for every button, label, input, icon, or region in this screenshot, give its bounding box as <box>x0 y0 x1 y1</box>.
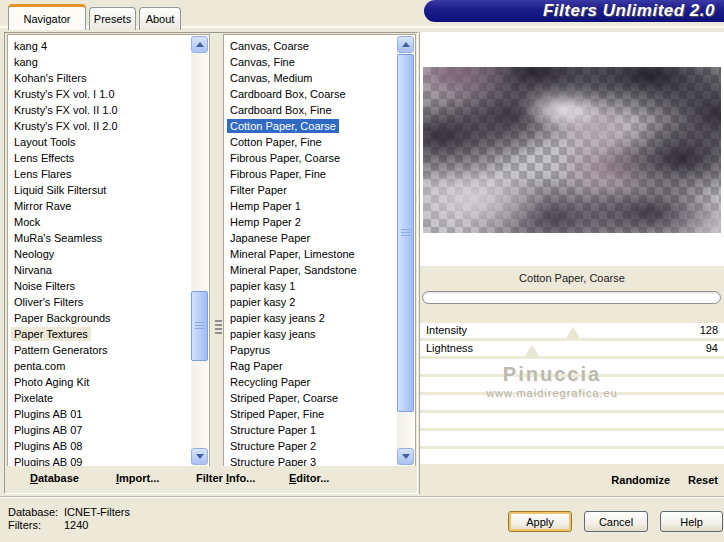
category-listbox: kang 4kangKohan's FiltersKrusty's FX vol… <box>7 34 210 467</box>
list-item[interactable]: Mineral Paper, Sandstone <box>227 262 397 278</box>
list-item[interactable]: Plugins AB 07 <box>11 422 191 438</box>
list-item[interactable]: Pixelate <box>11 390 191 406</box>
list-item[interactable]: Krusty's FX vol. I 1.0 <box>11 86 191 102</box>
list-item[interactable]: Neology <box>11 246 191 262</box>
apply-button[interactable]: Apply <box>508 511 572 532</box>
chevron-up-icon <box>196 42 204 47</box>
preview-panel: Cotton Paper, Coarse Intensity 128 Light… <box>419 32 724 494</box>
list-item[interactable]: Layout Tools <box>11 134 191 150</box>
lightness-slider[interactable]: Lightness 94 <box>420 341 724 356</box>
list-item[interactable]: Paper Textures <box>11 326 191 342</box>
list-item[interactable]: papier kasy jeans 2 <box>227 310 397 326</box>
category-scrollbar[interactable] <box>191 36 208 465</box>
list-item[interactable]: Plugins AB 08 <box>11 438 191 454</box>
list-item[interactable]: Canvas, Coarse <box>227 38 397 54</box>
list-item[interactable]: Plugins AB 01 <box>11 406 191 422</box>
list-item[interactable]: Striped Paper, Fine <box>227 406 397 422</box>
filters-status-value: 1240 <box>64 519 88 531</box>
panel-splitter[interactable] <box>210 34 223 467</box>
list-item[interactable]: Krusty's FX vol. II 2.0 <box>11 118 191 134</box>
filter-list: Canvas, CoarseCanvas, FineCanvas, Medium… <box>227 38 397 467</box>
list-item[interactable]: Fibrous Paper, Fine <box>227 166 397 182</box>
list-item[interactable]: papier kasy 2 <box>227 294 397 310</box>
tab-about[interactable]: About <box>139 7 181 30</box>
navigator-panel: kang 4kangKohan's FiltersKrusty's FX vol… <box>4 32 418 494</box>
list-item[interactable]: Cotton Paper, Fine <box>227 134 397 150</box>
intensity-label: Intensity <box>426 323 467 338</box>
database-button[interactable]: Database <box>30 472 79 484</box>
list-item[interactable]: Cotton Paper, Coarse <box>227 118 397 134</box>
list-item[interactable]: Pattern Generators <box>11 342 191 358</box>
list-item[interactable]: Structure Paper 2 <box>227 438 397 454</box>
list-item[interactable]: Liquid Silk Filtersut <box>11 182 191 198</box>
list-item[interactable]: Hemp Paper 1 <box>227 198 397 214</box>
list-item[interactable]: Striped Paper, Coarse <box>227 390 397 406</box>
list-item[interactable]: Japanese Paper <box>227 230 397 246</box>
list-item[interactable]: Nirvana <box>11 262 191 278</box>
list-item[interactable]: Photo Aging Kit <box>11 374 191 390</box>
list-item[interactable]: Paper Backgrounds <box>11 310 191 326</box>
list-item[interactable]: Lens Effects <box>11 150 191 166</box>
list-item[interactable]: Noise Filters <box>11 278 191 294</box>
list-item[interactable]: Fibrous Paper, Coarse <box>227 150 397 166</box>
help-button[interactable]: Help <box>660 511 723 532</box>
list-item[interactable]: Mirror Rave <box>11 198 191 214</box>
list-item[interactable]: Structure Paper 1 <box>227 422 397 438</box>
list-item[interactable]: Oliver's Filters <box>11 294 191 310</box>
filter-info-button[interactable]: Filter Info... <box>196 472 255 484</box>
list-item[interactable]: Cardboard Box, Fine <box>227 102 397 118</box>
list-item[interactable]: Rag Paper <box>227 358 397 374</box>
randomize-button[interactable]: Randomize <box>611 474 670 486</box>
tab-navigator[interactable]: Navigator <box>8 4 86 30</box>
thumb-grip-icon <box>195 322 204 330</box>
cancel-button-label: Cancel <box>599 516 633 528</box>
lists-toolbar: Database Import... Filter Info... Editor… <box>6 466 416 492</box>
help-button-label: Help <box>680 516 703 528</box>
cancel-button[interactable]: Cancel <box>584 511 648 532</box>
database-status-value: ICNET-Filters <box>64 506 130 518</box>
app-title: Filters Unlimited 2.0 <box>543 1 715 21</box>
intensity-slider[interactable]: Intensity 128 <box>420 323 724 338</box>
watermark-name: Pinuccia <box>420 363 684 386</box>
apply-button-label: Apply <box>526 516 554 528</box>
filter-scrollbar[interactable] <box>397 36 414 465</box>
list-item[interactable]: Lens Flares <box>11 166 191 182</box>
status-block: Database:ICNET-Filters Filters:1240 <box>8 506 130 532</box>
lightness-slider-handle[interactable] <box>525 345 539 356</box>
list-item[interactable]: Canvas, Medium <box>227 70 397 86</box>
filters-unlimited-dialog: { "window": { "banner_title": "Filters U… <box>0 0 724 542</box>
tab-presets[interactable]: Presets <box>89 7 136 30</box>
preview-image[interactable] <box>423 67 721 233</box>
list-item[interactable]: Hemp Paper 2 <box>227 214 397 230</box>
filters-status-row: Filters:1240 <box>8 519 130 532</box>
list-item[interactable]: Recycling Paper <box>227 374 397 390</box>
list-item[interactable]: papier kasy jeans <box>227 326 397 342</box>
list-item[interactable]: penta.com <box>11 358 191 374</box>
scroll-up-button[interactable] <box>397 36 414 53</box>
list-item[interactable]: Filter Paper <box>227 182 397 198</box>
list-item[interactable]: kang 4 <box>11 38 191 54</box>
list-item[interactable]: Krusty's FX vol. II 1.0 <box>11 102 191 118</box>
list-item[interactable]: MuRa's Seamless <box>11 230 191 246</box>
tab-presets-label: Presets <box>94 13 131 25</box>
watermark-url: www.maidiregrafica.eu <box>420 387 684 399</box>
list-item[interactable]: Mineral Paper, Limestone <box>227 246 397 262</box>
scrollbar-thumb[interactable] <box>191 291 208 361</box>
texture-overlay <box>423 67 721 233</box>
list-item[interactable]: Mock <box>11 214 191 230</box>
list-item[interactable]: Kohan's Filters <box>11 70 191 86</box>
list-item[interactable]: Canvas, Fine <box>227 54 397 70</box>
editor-button[interactable]: Editor... <box>289 472 329 484</box>
list-item[interactable]: papier kasy 1 <box>227 278 397 294</box>
scroll-down-button[interactable] <box>397 448 414 465</box>
list-item[interactable]: kang <box>11 54 191 70</box>
list-item[interactable]: Cardboard Box, Coarse <box>227 86 397 102</box>
import-button[interactable]: Import... <box>116 472 159 484</box>
scroll-down-button[interactable] <box>191 448 208 465</box>
reset-button[interactable]: Reset <box>688 474 718 486</box>
scroll-up-button[interactable] <box>191 36 208 53</box>
intensity-slider-handle[interactable] <box>566 327 580 338</box>
chevron-down-icon <box>402 454 410 459</box>
list-item[interactable]: Papyrus <box>227 342 397 358</box>
scrollbar-thumb[interactable] <box>397 54 414 412</box>
